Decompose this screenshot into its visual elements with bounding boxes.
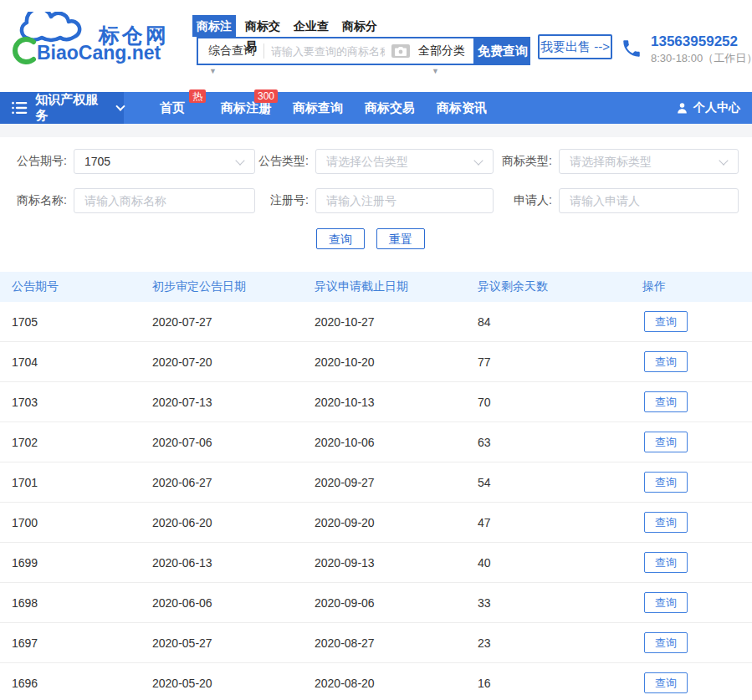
cell-days-remaining: 47: [478, 516, 642, 529]
cell-actions: 查询: [642, 472, 752, 493]
query-button[interactable]: 查询: [316, 228, 365, 249]
tab-trademark-class[interactable]: 商标分: [338, 15, 381, 37]
tab-trademark-registration[interactable]: 商标注: [192, 15, 236, 37]
site-header: 标仓网 BiaoCang.net 商标注 商标交易 企业查 商标分 综合查询 全…: [0, 0, 752, 92]
main-nav: 知识产权服务 首页 热 商标注册 300起 商标查询 商标交易 商标资讯 个人中…: [0, 92, 752, 124]
table-row: 17022020-07-062020-10-0663查询: [0, 422, 752, 462]
phone-hours: 8:30-18:00（工作日）: [651, 51, 752, 66]
table-row: 17002020-06-202020-09-2047查询: [0, 503, 752, 543]
row-query-button[interactable]: 查询: [644, 432, 688, 452]
cell-actions: 查询: [642, 391, 752, 412]
cell-issue-number: 1698: [0, 596, 152, 610]
sell-trademark-button[interactable]: 我要出售 -->: [538, 34, 612, 59]
trademark-name-field[interactable]: [74, 188, 255, 213]
filter-buttons: 查询 重置: [316, 228, 739, 249]
cell-days-remaining: 84: [478, 315, 642, 329]
registration-number-input[interactable]: [316, 194, 493, 207]
nav-item-trademark-trade[interactable]: 商标交易: [365, 100, 412, 116]
registration-number-field[interactable]: [315, 188, 494, 213]
table-row: 17042020-07-202020-10-2077查询: [0, 342, 752, 382]
nav-item-trademark-query[interactable]: 商标查询: [293, 100, 340, 116]
ip-services-dropdown[interactable]: 知识产权服务: [0, 92, 124, 124]
applicant-field[interactable]: [559, 188, 739, 213]
row-query-button[interactable]: 查询: [644, 311, 688, 332]
row-query-button[interactable]: 查询: [644, 592, 688, 613]
cell-objection-deadline: 2020-10-06: [315, 436, 478, 449]
user-center-label: 个人中心: [693, 100, 740, 115]
category-filter-dropdown[interactable]: 全部分类: [418, 43, 465, 59]
search-area: 商标注 商标交易 企业查 商标分 综合查询 全部分类 免费查询 ▼ ▼: [192, 15, 544, 80]
nav-item-trademark-registration[interactable]: 商标注册 300起: [221, 100, 268, 116]
issue-number-select[interactable]: [74, 149, 255, 174]
table-body: 17052020-07-272020-10-2784查询17042020-07-…: [0, 302, 752, 700]
cell-actions: 查询: [642, 432, 752, 452]
trademark-type-value[interactable]: [560, 155, 720, 168]
filter-row-2: 商标名称: 注册号: 申请人:: [13, 188, 739, 213]
cell-days-remaining: 40: [478, 556, 642, 570]
nav-item-label: 商标交易: [365, 100, 415, 115]
row-query-button[interactable]: 查询: [644, 351, 688, 372]
phone-icon: [621, 38, 642, 59]
cell-issue-number: 1705: [0, 315, 152, 329]
cell-publication-date: 2020-07-06: [152, 436, 315, 449]
cell-issue-number: 1700: [0, 516, 152, 529]
cell-actions: 查询: [642, 311, 752, 332]
trademark-name-input[interactable]: [74, 194, 254, 207]
applicant-input[interactable]: [560, 194, 738, 207]
cell-publication-date: 2020-07-27: [152, 315, 315, 329]
chevron-down-icon: [473, 156, 483, 165]
issue-number-value[interactable]: [74, 155, 237, 168]
nav-item-label: 首页: [160, 100, 185, 115]
announcement-type-value[interactable]: [316, 155, 475, 168]
cell-objection-deadline: 2020-09-13: [315, 556, 478, 570]
camera-icon[interactable]: [391, 44, 410, 58]
announcement-type-select[interactable]: [315, 149, 494, 174]
cell-actions: 查询: [642, 632, 752, 653]
row-query-button[interactable]: 查询: [644, 632, 688, 653]
cell-objection-deadline: 2020-08-20: [315, 677, 478, 690]
cell-objection-deadline: 2020-09-20: [315, 516, 478, 529]
cell-publication-date: 2020-05-27: [152, 636, 315, 650]
cell-days-remaining: 33: [478, 596, 642, 610]
row-query-button[interactable]: 查询: [644, 391, 688, 412]
nav-menu: 首页 热 商标注册 300起 商标查询 商标交易 商标资讯: [149, 100, 483, 116]
cell-issue-number: 1701: [0, 476, 152, 489]
cell-actions: 查询: [642, 512, 752, 533]
cell-actions: 查询: [642, 672, 752, 693]
ip-services-label: 知识产权服务: [35, 92, 108, 124]
cell-days-remaining: 63: [478, 436, 642, 449]
trademark-type-select[interactable]: [559, 149, 739, 174]
cell-objection-deadline: 2020-10-13: [315, 396, 478, 409]
spacer: [0, 124, 752, 137]
applicant-label: 申请人:: [494, 193, 559, 208]
free-query-button[interactable]: 免费查询: [475, 37, 530, 65]
cell-days-remaining: 77: [478, 355, 642, 369]
cell-issue-number: 1696: [0, 677, 152, 690]
nav-item-home[interactable]: 首页 热: [149, 100, 196, 116]
user-center-link[interactable]: 个人中心: [676, 100, 740, 115]
row-query-button[interactable]: 查询: [644, 672, 688, 693]
nav-item-trademark-news[interactable]: 商标资讯: [437, 100, 483, 116]
cell-publication-date: 2020-06-27: [152, 476, 315, 489]
col-publication-date: 初步审定公告日期: [152, 279, 315, 294]
table-row: 16982020-06-062020-09-0633查询: [0, 583, 752, 623]
cell-issue-number: 1699: [0, 556, 152, 570]
registration-number-label: 注册号:: [255, 193, 315, 208]
reset-button[interactable]: 重置: [376, 228, 425, 249]
tab-company-search[interactable]: 企业查: [289, 15, 333, 37]
cell-publication-date: 2020-06-13: [152, 556, 315, 570]
nav-item-label: 商标资讯: [437, 100, 487, 115]
cell-publication-date: 2020-05-20: [152, 677, 315, 690]
row-query-button[interactable]: 查询: [644, 472, 688, 493]
menu-icon: [12, 101, 28, 115]
site-logo[interactable]: 标仓网 BiaoCang.net: [12, 12, 187, 80]
cell-actions: 查询: [642, 592, 752, 613]
row-query-button[interactable]: 查询: [644, 552, 688, 573]
announcement-type-label: 公告类型:: [255, 154, 315, 169]
trademark-type-label: 商标类型:: [494, 154, 559, 169]
filter-form: 公告期号: 公告类型: 商标类型: 商标名称: 注册号: 申请人: 查询: [0, 137, 752, 272]
row-query-button[interactable]: 查询: [644, 512, 688, 533]
nav-item-label: 商标查询: [293, 100, 343, 115]
chevron-down-icon: [235, 156, 244, 165]
tab-trademark-trade[interactable]: 商标交易: [241, 15, 284, 56]
